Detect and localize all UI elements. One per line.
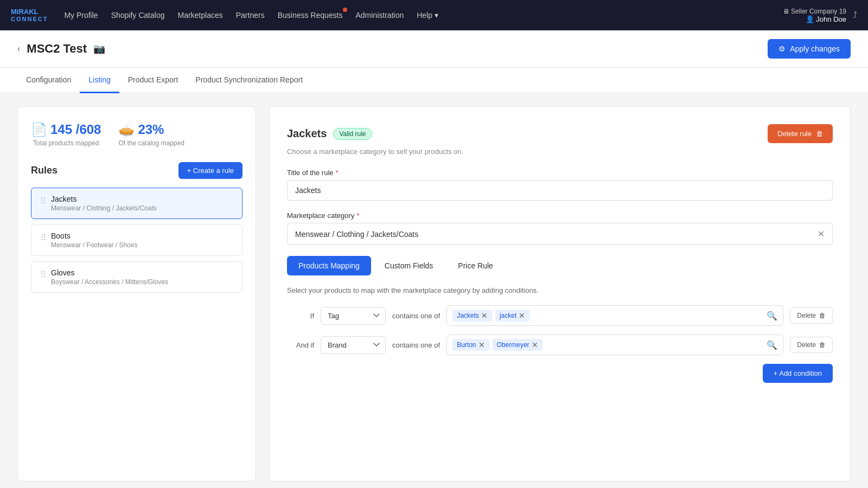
rule-name: Gloves [51,268,168,277]
stat-products-mapped: 📄 145 /608 Total products mapped [31,122,101,147]
condition-prefix-2: And if [287,341,314,349]
title-form-group: Title of the rule * [287,169,833,201]
apply-changes-button[interactable]: ⚙ Apply changes [768,39,851,59]
mapping-desc: Select your products to map with the mar… [287,286,833,294]
trash-icon: 🗑 [819,341,826,349]
sub-tab-custom-fields[interactable]: Custom Fields [373,256,444,275]
tab-configuration[interactable]: Configuration [17,68,80,93]
condition-field-select-1[interactable]: Tag [321,307,386,325]
condition-row-2: And if Brand contains one of Burton ✕ Ob… [287,335,833,355]
rule-item-jackets[interactable]: ⠿ Jackets Menswear / Clothing / Jackets/… [31,188,242,219]
rules-title: Rules [31,165,58,176]
nav-help[interactable]: Help ▾ [417,11,438,20]
tab-listing[interactable]: Listing [80,68,119,93]
condition-operator-2: contains one of [392,341,440,349]
stat-catalog-mapped-label: Of the catalog mapped [118,139,184,147]
search-icon[interactable]: 🔍 [767,340,777,350]
nav-administration[interactable]: Administration [356,11,404,20]
tab-product-sync-report[interactable]: Product Synchronization Report [187,68,311,93]
category-input-wrapper: Menswear / Clothing / Jackets/Coats ✕ [287,223,833,245]
tag-remove-icon[interactable]: ✕ [532,341,538,349]
condition-tags-1: Jackets ✕ jacket ✕ 🔍 [446,305,783,326]
sub-tab-products-mapping[interactable]: Products Mapping [287,256,371,275]
rule-header-left: Jackets Valid rule [287,127,372,140]
drag-handle-icon: ⠿ [40,196,47,206]
rule-header: Jackets Valid rule Delete rule 🗑 [287,124,833,143]
logo[interactable]: MIRAKL CONNECT [11,8,48,23]
tab-product-export[interactable]: Product Export [119,68,187,93]
tag-chip-burton: Burton ✕ [452,339,489,351]
share-icon[interactable]: ⤴ [853,10,857,20]
logo-line1: MIRAKL [11,8,48,16]
stat-products-mapped-label: Total products mapped [31,139,101,147]
doc-icon: 📄 [31,122,47,137]
rules-header: Rules + Create a rule [31,162,242,179]
rule-path: Menswear / Clothing / Jackets/Coats [51,204,157,212]
delete-condition-button-1[interactable]: Delete 🗑 [790,307,833,324]
rule-path: Menswear / Footwear / Shoes [51,241,137,249]
condition-operator-1: contains one of [392,312,440,320]
nav-links: My Profile Shopify Catalog Marketplaces … [64,11,782,20]
back-button[interactable]: ‹ [17,44,20,54]
condition-prefix-1: If [287,312,314,320]
add-condition-row: + Add condition [287,364,833,383]
drag-handle-icon: ⠿ [40,269,47,280]
pie-icon: 🥧 [118,122,135,137]
trash-icon: 🗑 [816,130,823,138]
user-name: 👤 John Doe [783,15,846,23]
condition-row-1: If Tag contains one of Jackets ✕ jacket … [287,305,833,326]
title-input[interactable] [287,180,833,201]
category-input-text: Menswear / Clothing / Jackets/Coats [288,224,810,244]
notification-badge [343,8,347,12]
tag-remove-icon[interactable]: ✕ [478,341,485,349]
nav-my-profile[interactable]: My Profile [64,11,98,20]
rule-subtitle: Choose a marketplace category to sell yo… [287,147,833,156]
tag-chip-jacket: jacket ✕ [495,310,529,322]
condition-field-select-2[interactable]: Brand [321,336,386,354]
stats-row: 📄 145 /608 Total products mapped 🥧 23% O… [31,122,242,147]
tag-remove-icon[interactable]: ✕ [519,311,525,320]
sub-tabs: Products Mapping Custom Fields Price Rul… [287,256,833,275]
condition-tags-2: Burton ✕ Obermeyer ✕ 🔍 [446,335,783,355]
tag-chip-obermeyer: Obermeyer ✕ [493,339,542,351]
user-info: 🖥 Seller Company 19 👤 John Doe [783,8,846,23]
nav-marketplaces[interactable]: Marketplaces [177,11,222,20]
logo-line2: CONNECT [11,16,48,23]
main-tabs: Configuration Listing Product Export Pro… [0,68,868,93]
rule-item-gloves[interactable]: ⠿ Gloves Boyswear / Accessories / Mitten… [31,261,242,293]
left-panel: 📄 145 /608 Total products mapped 🥧 23% O… [17,106,256,481]
gear-icon: ⚙ [778,44,786,53]
right-panel: Jackets Valid rule Delete rule 🗑 Choose … [269,106,851,481]
nav-shopify-catalog[interactable]: Shopify Catalog [111,11,165,20]
page-header: ‹ MSC2 Test 📷 ⚙ Apply changes [0,30,868,68]
category-label: Marketplace category * [287,211,833,220]
drag-handle-icon: ⠿ [40,233,47,243]
top-nav: MIRAKL CONNECT My Profile Shopify Catalo… [0,0,868,30]
rule-title: Jackets [287,127,327,140]
nav-right: 🖥 Seller Company 19 👤 John Doe ⤴ [783,8,857,23]
rule-name: Boots [51,232,137,240]
tag-chip-jackets: Jackets ✕ [452,310,492,322]
user-company: 🖥 Seller Company 19 [783,8,846,15]
add-condition-button[interactable]: + Add condition [763,364,833,383]
search-icon[interactable]: 🔍 [767,311,777,321]
valid-badge: Valid rule [333,128,372,140]
delete-rule-button[interactable]: Delete rule 🗑 [768,124,833,143]
category-clear-button[interactable]: ✕ [810,223,832,245]
rule-path: Boyswear / Accessories / Mittens/Gloves [51,278,168,286]
nav-business-requests[interactable]: Business Requests [278,11,343,20]
trash-icon: 🗑 [819,312,826,319]
tag-remove-icon[interactable]: ✕ [481,311,488,320]
category-form-group: Marketplace category * Menswear / Clothi… [287,211,833,245]
title-label: Title of the rule * [287,169,833,177]
camera-icon[interactable]: 📷 [93,43,105,55]
create-rule-button[interactable]: + Create a rule [178,162,242,179]
page-header-left: ‹ MSC2 Test 📷 [17,42,105,56]
rule-name: Jackets [51,195,157,203]
rule-item-boots[interactable]: ⠿ Boots Menswear / Footwear / Shoes [31,224,242,256]
nav-partners[interactable]: Partners [236,11,265,20]
delete-condition-button-2[interactable]: Delete 🗑 [790,337,833,353]
stat-catalog-mapped: 🥧 23% Of the catalog mapped [118,122,184,147]
sub-tab-price-rule[interactable]: Price Rule [446,256,505,275]
main-content: 📄 145 /608 Total products mapped 🥧 23% O… [0,93,868,488]
